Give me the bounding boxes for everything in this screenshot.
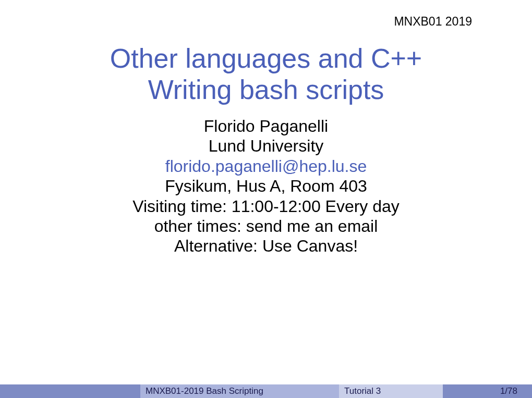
title-line2: Writing bash scripts [148,74,384,105]
author-alternative: Alternative: Use Canvas! [0,236,532,256]
footer-page-number: 1/78 [443,384,532,398]
author-other-times: other times: send me an email [0,216,532,236]
author-institution: Lund University [0,136,532,156]
author-location: Fysikum, Hus A, Room 403 [0,176,532,196]
author-visiting: Visiting time: 11:00-12:00 Every day [0,196,532,216]
title-line1: Other languages and C++ [110,43,422,73]
footer-section: Tutorial 3 [339,384,443,398]
footer-bar: MNXB01-2019 Bash Scripting Tutorial 3 1/… [0,384,532,398]
author-email: florido.paganelli@hep.lu.se [0,156,532,176]
footer-course-title: MNXB01-2019 Bash Scripting [140,384,339,398]
slide-title: Other languages and C++ Writing bash scr… [0,43,532,106]
author-name: Florido Paganelli [0,116,532,136]
footer-segment-1 [0,384,140,398]
course-label: MNXB01 2019 [394,15,472,29]
author-details: Florido Paganelli Lund University florid… [0,116,532,256]
